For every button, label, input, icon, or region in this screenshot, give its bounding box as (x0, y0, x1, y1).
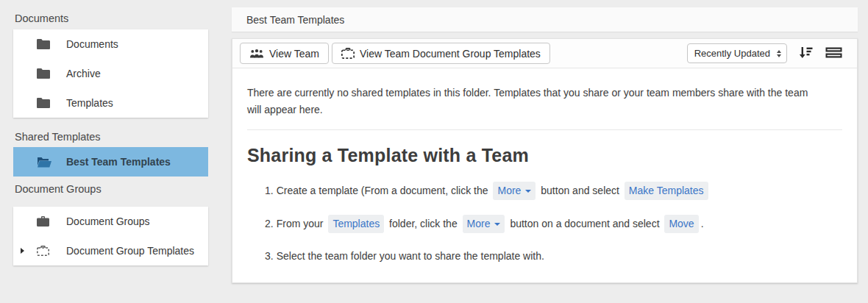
step-text: folder, click the (389, 218, 458, 229)
view-team-document-group-templates-button[interactable]: View Team Document Group Templates (332, 43, 550, 64)
step-text: button and select (541, 185, 619, 196)
sidebar-item-archive[interactable]: Archive (13, 59, 208, 88)
folder-icon (37, 68, 53, 79)
list-view-button[interactable] (825, 46, 842, 61)
briefcase-dashed-icon (37, 246, 53, 256)
step-number: 1. (265, 185, 274, 196)
breadcrumb: Best Team Templates (246, 14, 344, 26)
folder-content: There are currently no shared templates … (232, 68, 857, 282)
sidebar-item-label: Documents (66, 38, 118, 50)
templates-link[interactable]: Templates (328, 215, 384, 233)
sidebar-item-documents[interactable]: Documents (13, 29, 208, 59)
team-people-icon (249, 49, 264, 58)
step-number: 3. (265, 250, 274, 262)
expand-caret-icon[interactable] (21, 248, 31, 254)
instruction-steps: 1.Create a template (From a document, cl… (247, 182, 842, 264)
view-team-label: View Team (269, 48, 319, 60)
empty-state-message: There are currently no shared templates … (247, 85, 825, 118)
open-folder-icon (37, 157, 54, 168)
folder-icon (37, 39, 53, 49)
divider (247, 129, 842, 130)
more-button[interactable]: More (493, 182, 536, 200)
list-view-icon (825, 46, 842, 61)
sidebar-section-title-documents: Documents (15, 13, 68, 24)
sidebar-item-best-team-templates[interactable]: Best Team Templates (13, 147, 208, 177)
folder-icon (37, 98, 53, 108)
step-number: 2. (265, 218, 274, 229)
step-text: . (701, 218, 704, 229)
make-templates-link[interactable]: Make Templates (625, 182, 708, 200)
sort-descending-icon (798, 46, 813, 61)
view-team-document-group-templates-label: View Team Document Group Templates (360, 48, 541, 60)
view-team-button[interactable]: View Team (240, 43, 329, 64)
more-button[interactable]: More (463, 215, 505, 233)
sidebar-section-title-document-groups: Document Groups (15, 183, 102, 195)
select-arrows-icon (777, 50, 781, 57)
step-3: 3.Select the team folder you want to sha… (265, 248, 842, 264)
sort-order-select[interactable]: Recently Updated (687, 43, 787, 63)
more-label: More (497, 185, 521, 196)
sidebar-item-templates[interactable]: Templates (13, 88, 208, 118)
documents-folder-panel: Documents Archive Templates (13, 29, 208, 118)
document-groups-panel: Document Groups Document Group Templates (13, 207, 208, 265)
sidebar-item-document-groups[interactable]: Document Groups (13, 207, 208, 236)
more-label: More (467, 218, 491, 229)
step-2: 2.From your Templates folder, click the … (265, 215, 842, 233)
step-text: Create a template (From a document, clic… (277, 185, 488, 196)
caret-down-icon (525, 190, 531, 193)
sidebar-item-label: Templates (66, 97, 113, 109)
sidebar-item-label: Archive (66, 68, 101, 79)
sidebar-item-document-group-templates[interactable]: Document Group Templates (13, 236, 208, 265)
step-text: Select the team folder you want to share… (277, 250, 544, 262)
sidebar-item-label: Best Team Templates (66, 156, 171, 168)
main-panel: View Team View Team Document Group Templ… (232, 38, 858, 283)
toolbar: View Team View Team Document Group Templ… (232, 39, 857, 68)
briefcase-dashed-icon (341, 48, 355, 59)
step-text: button on a document and select (510, 218, 659, 229)
sort-order-value: Recently Updated (694, 48, 770, 59)
briefcase-icon (37, 216, 53, 227)
breadcrumb-bar: Best Team Templates (232, 7, 858, 32)
section-heading: Sharing a Template with a Team (247, 145, 842, 166)
sidebar-section-title-shared-templates: Shared Templates (15, 131, 101, 143)
caret-down-icon (494, 223, 500, 226)
sidebar-item-label: Document Groups (66, 215, 150, 227)
step-1: 1.Create a template (From a document, cl… (265, 182, 842, 200)
sidebar-item-label: Document Group Templates (66, 245, 194, 257)
step-text: From your (277, 218, 324, 229)
sort-descending-button[interactable] (798, 46, 813, 61)
move-link[interactable]: Move (664, 215, 698, 233)
